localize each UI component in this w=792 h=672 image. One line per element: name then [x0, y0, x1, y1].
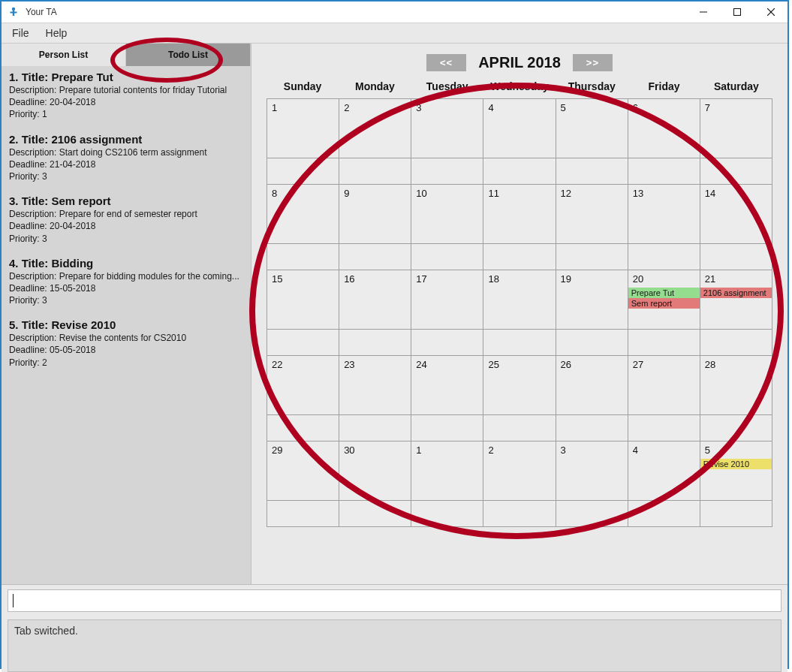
calendar-event[interactable]: Prepare Tut [628, 288, 700, 298]
calendar-cell[interactable]: 2 [339, 99, 411, 158]
calendar-cell[interactable]: 2 [483, 441, 556, 501]
calendar-cell[interactable] [700, 244, 772, 270]
calendar-cell[interactable] [628, 244, 700, 270]
calendar-cell[interactable]: 19 [556, 270, 628, 330]
calendar-cell[interactable]: 11 [483, 185, 556, 244]
calendar-cell[interactable]: 13 [628, 185, 700, 244]
calendar-cell[interactable] [411, 415, 483, 441]
todo-item[interactable]: 1. Title: Prepare TutDescription: Prepar… [9, 71, 243, 121]
close-button[interactable] [754, 2, 787, 23]
minimize-button[interactable] [686, 2, 720, 23]
calendar-cell[interactable] [411, 501, 483, 527]
calendar-cell[interactable] [267, 244, 339, 270]
calendar-cell[interactable]: 20Prepare TutSem report [628, 270, 700, 330]
calendar-cell[interactable] [339, 330, 411, 356]
calendar-cell[interactable] [267, 158, 339, 185]
calendar-next-button[interactable]: >> [573, 54, 613, 71]
calendar-cell[interactable]: 6 [628, 99, 700, 158]
calendar-cell[interactable]: 27 [628, 356, 700, 415]
calendar-cell[interactable]: 5Revise 2010 [700, 441, 772, 501]
tab-person-list[interactable]: Person List [2, 44, 126, 66]
calendar-cell[interactable] [556, 244, 628, 270]
calendar-cell[interactable] [556, 501, 628, 527]
calendar-cell[interactable]: 16 [339, 270, 411, 330]
calendar-cell[interactable]: 22 [267, 356, 339, 415]
calendar-day-number: 7 [700, 99, 772, 116]
window-title: Your TA [26, 7, 686, 17]
calendar-cell[interactable]: 212106 assignment [700, 270, 772, 330]
calendar-cell[interactable]: 17 [411, 270, 483, 330]
calendar-cell[interactable] [700, 330, 772, 356]
calendar-cell[interactable]: 29 [267, 441, 339, 501]
calendar-cell[interactable]: 25 [483, 356, 556, 415]
command-input[interactable] [8, 589, 781, 612]
calendar-cell[interactable] [628, 330, 700, 356]
calendar-event[interactable]: Sem report [628, 298, 700, 309]
calendar-cell[interactable]: 4 [483, 99, 556, 158]
calendar-cell[interactable]: 12 [556, 185, 628, 244]
calendar-cell[interactable] [483, 415, 556, 441]
calendar-cell[interactable]: 30 [339, 441, 411, 501]
calendar-cell[interactable] [700, 501, 772, 527]
calendar-cell[interactable] [700, 158, 772, 185]
calendar-prev-button[interactable]: << [426, 54, 466, 71]
todo-item[interactable]: 5. Title: Revise 2010Description: Revise… [9, 318, 243, 369]
todo-list[interactable]: 1. Title: Prepare TutDescription: Prepar… [2, 66, 251, 584]
todo-item[interactable]: 4. Title: BiddingDescription: Prepare fo… [9, 257, 243, 307]
calendar-cell[interactable] [411, 330, 483, 356]
calendar-cell[interactable] [483, 158, 556, 185]
todo-item-field: Description: Prepare tutorial contents f… [9, 84, 243, 96]
calendar-cell[interactable]: 28 [700, 356, 772, 415]
calendar-cell[interactable] [267, 501, 339, 527]
calendar-cell[interactable]: 3 [556, 441, 628, 501]
calendar-day-number: 16 [339, 270, 411, 288]
calendar-cell[interactable]: 9 [339, 185, 411, 244]
tab-todo-list[interactable]: Todo List [126, 44, 251, 66]
todo-item[interactable]: 2. Title: 2106 assignmentDescription: St… [9, 133, 243, 183]
maximize-button[interactable] [720, 2, 754, 23]
calendar-cell[interactable] [628, 501, 700, 527]
calendar-cell[interactable] [483, 330, 556, 356]
calendar-cell[interactable] [267, 415, 339, 441]
calendar-cell[interactable] [483, 244, 556, 270]
calendar-cell[interactable]: 15 [267, 270, 339, 330]
calendar-cell[interactable]: 23 [339, 356, 411, 415]
todo-item[interactable]: 3. Title: Sem reportDescription: Prepare… [9, 194, 243, 245]
menu-file[interactable]: File [8, 26, 34, 41]
calendar-cell[interactable]: 14 [700, 185, 772, 244]
calendar-cell[interactable] [628, 415, 700, 441]
calendar-cell[interactable] [700, 415, 772, 441]
svg-rect-4 [733, 9, 740, 16]
calendar-cell[interactable]: 8 [267, 185, 339, 244]
calendar-cell[interactable] [339, 501, 411, 527]
calendar-cell[interactable]: 4 [628, 441, 700, 501]
calendar-cell[interactable]: 18 [483, 270, 556, 330]
calendar-event[interactable]: Revise 2010 [700, 459, 772, 469]
calendar-event[interactable]: 2106 assignment [700, 288, 772, 298]
calendar-cell[interactable]: 24 [411, 356, 483, 415]
calendar-day-header: SundayMondayTuesdayWednesdayThursdayFrid… [267, 77, 772, 98]
calendar-cell[interactable]: 1 [267, 99, 339, 158]
calendar-cell[interactable]: 7 [700, 99, 772, 158]
calendar-cell[interactable] [411, 244, 483, 270]
calendar-cell[interactable]: 5 [556, 99, 628, 158]
calendar-cell[interactable]: 1 [411, 441, 483, 501]
calendar-cell[interactable] [556, 415, 628, 441]
calendar-cell[interactable]: 3 [411, 99, 483, 158]
calendar-day-number: 17 [411, 270, 483, 288]
calendar-cell[interactable] [556, 158, 628, 185]
calendar-cell[interactable] [339, 244, 411, 270]
calendar-cell[interactable]: 10 [411, 185, 483, 244]
calendar-cell[interactable] [339, 158, 411, 185]
calendar-cell[interactable] [483, 501, 556, 527]
calendar-cell[interactable] [339, 415, 411, 441]
calendar-cell[interactable] [267, 330, 339, 356]
menu-help[interactable]: Help [41, 26, 72, 41]
calendar-cell[interactable] [628, 158, 700, 185]
calendar-day-number: 10 [411, 185, 483, 202]
calendar-day-name: Tuesday [411, 80, 483, 92]
calendar-day-number: 9 [339, 185, 411, 202]
calendar-cell[interactable] [411, 158, 483, 185]
calendar-cell[interactable]: 26 [556, 356, 628, 415]
calendar-cell[interactable] [556, 330, 628, 356]
